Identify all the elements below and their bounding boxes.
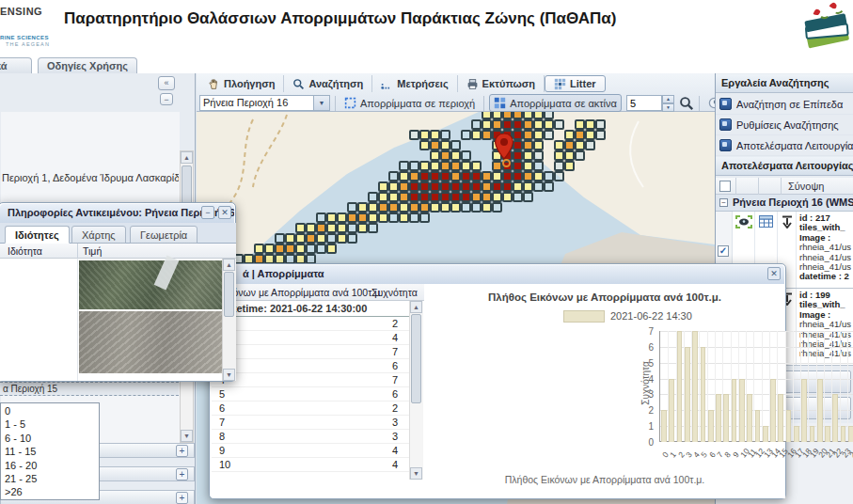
bar bbox=[770, 379, 776, 442]
tab-print[interactable]: Εκτύπωση bbox=[458, 75, 545, 92]
results-icon bbox=[719, 139, 732, 151]
tab-user-guide[interactable]: Οδηγίες Χρήσης bbox=[38, 57, 137, 73]
heat-cell bbox=[544, 181, 554, 192]
spin-down-icon[interactable]: ▼ bbox=[662, 103, 674, 112]
info-scrollbar[interactable]: ▲ ▼ bbox=[222, 259, 236, 381]
scroll-down-icon[interactable]: ▼ bbox=[181, 430, 193, 442]
heat-cell bbox=[399, 161, 409, 171]
search-tools-header[interactable]: Εργαλεία Αναζήτησης bbox=[716, 74, 853, 93]
table-row[interactable]: 27 bbox=[212, 345, 409, 359]
legend-item[interactable]: 11 - 15 bbox=[1, 445, 99, 458]
bar bbox=[801, 379, 807, 442]
table-row[interactable]: 62 bbox=[212, 402, 409, 416]
scroll-down-icon[interactable]: ▼ bbox=[410, 467, 422, 480]
table-row[interactable]: 56 bbox=[212, 387, 409, 402]
tree-collapse-icon[interactable]: − bbox=[719, 198, 728, 207]
row-checkbox[interactable]: ✓ bbox=[718, 245, 729, 257]
expand-icon[interactable]: + bbox=[176, 468, 188, 480]
sidebar-item-results[interactable]: Αποτελέσματα Λειτουργίας Αναγν bbox=[716, 135, 853, 156]
legend-item[interactable]: 6 - 10 bbox=[1, 432, 99, 445]
tab-navigation[interactable]: Πλοήγηση bbox=[199, 75, 284, 92]
column-header-attribute[interactable]: Ιδιότητα bbox=[8, 245, 42, 257]
feature-info-window[interactable]: Πληροφορίες Αντικειμένου: Ρήνεια Περιοχή… bbox=[0, 202, 236, 382]
table-icon[interactable] bbox=[759, 215, 773, 228]
heatmap-grid[interactable] bbox=[233, 112, 616, 285]
layer-list-item[interactable]: Περιοχή 1, Δεδομένα Ίδρυμα Λασκαρίδη, ΑΙ bbox=[2, 172, 179, 183]
legend-item[interactable]: >26 bbox=[1, 485, 99, 498]
legend-item[interactable]: 1 - 5 bbox=[1, 417, 99, 431]
scroll-down-icon[interactable]: ▼ bbox=[223, 369, 235, 381]
table-row[interactable]: 104 bbox=[212, 458, 409, 472]
sidebar-item-search-layers[interactable]: Αναζήτηση σε Επίπεδα bbox=[716, 94, 853, 115]
scroll-up-icon[interactable]: ▲ bbox=[223, 259, 235, 271]
download-icon[interactable] bbox=[782, 215, 793, 228]
heat-cell bbox=[316, 244, 326, 254]
litter-chart-window[interactable]: ά | Απορρίμματα ✕ Εικόνων με Απορρίμματα… bbox=[209, 263, 786, 499]
grid-scrollbar[interactable]: ▲ ▼ bbox=[409, 301, 423, 480]
radius-input[interactable] bbox=[626, 95, 662, 111]
select-all-checkbox[interactable] bbox=[719, 181, 731, 192]
close-icon[interactable]: ✕ bbox=[767, 267, 781, 280]
info-grid-header: Ιδιότητα Τιμή bbox=[0, 244, 236, 259]
scroll-up-icon[interactable]: ▲ bbox=[410, 301, 422, 313]
legend-item[interactable]: 16 - 20 bbox=[1, 459, 99, 472]
column-header-count[interactable]: Εικόνων με Απορρίμματα ανά 100τ.μ. bbox=[219, 287, 383, 298]
table-row[interactable]: 94 bbox=[212, 444, 409, 458]
heat-cell bbox=[419, 161, 430, 171]
table-row[interactable]: 47 bbox=[212, 373, 409, 387]
spin-up-icon[interactable]: ▲ bbox=[662, 95, 674, 103]
bar bbox=[786, 410, 792, 442]
map-marker-icon[interactable] bbox=[494, 133, 514, 160]
scroll-thumb[interactable] bbox=[224, 272, 234, 317]
heat-cell bbox=[430, 171, 440, 181]
expand-icon[interactable]: + bbox=[176, 445, 188, 457]
scroll-up-icon[interactable]: ▲ bbox=[181, 151, 193, 164]
legend-item[interactable]: 0 bbox=[1, 404, 99, 417]
wms-tree-header[interactable]: Ρήνεια Περιοχή 16 (WMS) bbox=[716, 195, 853, 212]
table-row[interactable]: 36 bbox=[212, 359, 409, 373]
tree-item-region15[interactable]: α Περιοχή 15 bbox=[0, 382, 179, 396]
tab-general[interactable]: ικά bbox=[0, 57, 32, 73]
radius-spinner[interactable]: ▲▼ bbox=[662, 95, 674, 111]
legend-item[interactable]: 21 - 25 bbox=[1, 472, 99, 485]
tab-properties[interactable]: Ιδιότητες bbox=[5, 226, 70, 244]
heat-cell bbox=[378, 213, 388, 223]
results-section-header[interactable]: Αποτελέσματα Λειτουργίας Αναγ bbox=[716, 157, 853, 176]
tab-litter[interactable]: Litter bbox=[545, 75, 606, 92]
window-title[interactable]: ά | Απορρίμματα bbox=[211, 265, 784, 284]
minimize-icon[interactable]: − bbox=[201, 206, 214, 219]
heat-cell bbox=[564, 130, 575, 140]
seafloor-photo[interactable] bbox=[79, 311, 222, 373]
heat-cell bbox=[513, 112, 523, 119]
radius-grid-icon bbox=[494, 97, 506, 109]
sidebar-item-search-settings[interactable]: Ρυθμίσεις Αναζήτησης bbox=[716, 115, 853, 135]
frequency-grid[interactable]: datetime: 2021-06-22 14:30:00 0214273647… bbox=[212, 301, 409, 480]
tab-map[interactable]: Χάρτης bbox=[71, 226, 126, 244]
tab-search[interactable]: Αναζήτηση bbox=[284, 75, 372, 92]
table-row[interactable]: 02 bbox=[212, 317, 409, 331]
sidebar-item-label: Αναζήτηση σε Επίπεδα bbox=[736, 99, 843, 110]
close-icon[interactable]: ✕ bbox=[218, 206, 231, 219]
tab-geometry[interactable]: Γεωμετρία bbox=[130, 226, 197, 244]
litter-in-radius-button[interactable]: Απορρίμματα σε ακτίνα bbox=[489, 94, 622, 112]
region-select[interactable]: Ρήνεια Περιοχή 16 bbox=[199, 95, 314, 111]
table-row[interactable]: 73 bbox=[212, 416, 409, 430]
tab-measure[interactable]: Μετρήσεις bbox=[372, 75, 457, 92]
column-header-value[interactable]: Τιμή bbox=[83, 245, 102, 257]
collapse-left-panel-button[interactable]: « bbox=[158, 76, 175, 90]
run-search-icon[interactable] bbox=[679, 96, 694, 111]
eye-focus-icon[interactable] bbox=[735, 215, 752, 228]
table-row[interactable]: 14 bbox=[212, 331, 409, 345]
scroll-thumb[interactable] bbox=[411, 314, 421, 403]
seafloor-photo[interactable] bbox=[79, 260, 222, 309]
combo-arrow-icon[interactable]: ▼ bbox=[314, 95, 330, 111]
bar bbox=[716, 394, 721, 442]
minimize-button[interactable]: − bbox=[160, 93, 173, 105]
summary-column-header[interactable]: Σύνοψη bbox=[788, 181, 824, 192]
window-title[interactable]: Πληροφορίες Αντικειμένου: Ρήνεια Περιοχή… bbox=[0, 204, 234, 223]
expand-icon[interactable]: + bbox=[176, 492, 188, 504]
bar bbox=[832, 394, 838, 442]
column-header-frequency[interactable]: Συχνότητα bbox=[371, 287, 418, 298]
table-row[interactable]: 83 bbox=[212, 430, 409, 444]
litter-in-area-button[interactable]: Απορρίμματα σε περιοχή bbox=[340, 94, 479, 112]
